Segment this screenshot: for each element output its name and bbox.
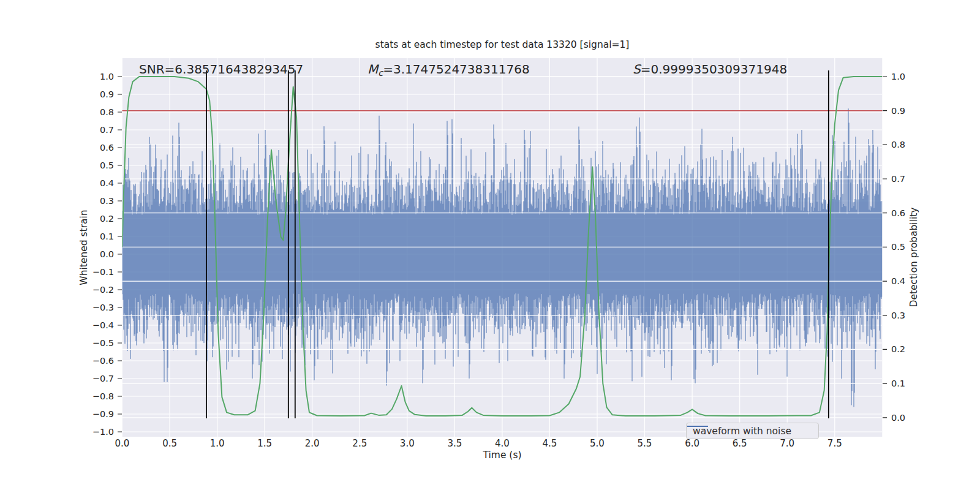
x-tick-labels: 0.00.51.01.52.02.53.03.54.04.55.05.56.06… — [115, 438, 842, 449]
y-tick-label-left: 0.3 — [100, 196, 114, 206]
y-tick-label-right: 0.1 — [891, 379, 905, 388]
x-tick-label: 1.5 — [257, 438, 272, 449]
y-tick-label-right: 0.8 — [891, 140, 905, 149]
annotation-significance-value: =0.9999350309371948 — [641, 62, 787, 77]
x-tick-label: 2.5 — [352, 438, 367, 449]
x-axis-label: Time (s) — [483, 450, 521, 461]
y-tick-label-right: 0.9 — [891, 106, 905, 116]
annotation-significance-label: S — [633, 62, 641, 77]
annotation-snr-label: SNR — [139, 62, 165, 77]
y-tick-label-left: 0.0 — [100, 249, 114, 259]
y-tick-label-left: 0.1 — [100, 232, 114, 241]
x-tick-label: 0.5 — [162, 438, 177, 449]
y-tick-label-left: 0.2 — [100, 214, 114, 224]
y-tick-label-right: 0.0 — [891, 413, 905, 423]
annotation-chirp-mass-value: =3.1747524738311768 — [383, 62, 529, 77]
y-axis-label-right: Detection probability — [908, 208, 919, 307]
y-tick-label-left: 1.0 — [100, 72, 114, 81]
x-tick-label: 3.0 — [400, 438, 415, 449]
annotation-chirp-mass-sub: c — [378, 68, 383, 78]
y-tick-label-left: −0.7 — [92, 374, 114, 383]
y-tick-label-left: −0.8 — [92, 391, 114, 401]
y-tick-label-left: −0.5 — [92, 338, 114, 348]
y-tick-label-left: −0.4 — [92, 320, 114, 330]
x-tick-label: 3.5 — [447, 438, 462, 449]
x-tick-label: 4.5 — [542, 438, 557, 449]
annotation-chirp-mass: Mc=3.1747524738311768 — [368, 62, 530, 78]
figure: 1.00.90.80.70.60.50.40.30.20.10.0−0.1−0.… — [0, 0, 980, 490]
y-tick-label-right: 0.7 — [891, 174, 905, 184]
y-tick-label-left: −0.1 — [92, 267, 114, 277]
y-tick-label-right: 0.5 — [891, 242, 905, 252]
legend-line-swatch — [687, 423, 709, 429]
x-tick-label: 4.0 — [495, 438, 510, 449]
y-tick-label-left: −1.0 — [92, 427, 114, 437]
x-tick-label: 6.0 — [685, 438, 699, 449]
y-tick-label-left: −0.6 — [92, 356, 114, 366]
annotation-significance: S=0.9999350309371948 — [633, 62, 787, 78]
x-tick-label: 2.0 — [305, 438, 320, 449]
y-tick-label-left: −0.2 — [92, 285, 114, 295]
chart-title: stats at each timestep for test data 133… — [375, 39, 630, 50]
legend: waveform with noise — [686, 423, 819, 439]
y-axis-label-left: Whitened strain — [78, 209, 89, 285]
y-tick-label-right: 0.3 — [891, 311, 905, 320]
y-tick-label-left: 0.4 — [100, 178, 114, 188]
x-tick-label: 0.0 — [115, 438, 130, 449]
y-tick-label-left: 0.8 — [100, 107, 114, 117]
annotation-chirp-mass-label: M — [368, 62, 378, 77]
y-tick-label-left: 0.5 — [100, 160, 114, 170]
y-tick-label-right: 0.6 — [891, 208, 905, 218]
y-tick-label-right: 0.2 — [891, 344, 905, 354]
y-tick-label-left: −0.9 — [92, 409, 114, 419]
y-tick-label-left: 0.6 — [100, 143, 114, 153]
y-tick-label-left: 0.7 — [100, 125, 114, 135]
x-tick-label: 5.0 — [590, 438, 605, 449]
y-tick-label-right: 0.4 — [891, 276, 905, 286]
x-tick-label: 5.5 — [638, 438, 652, 449]
x-tick-label: 7.5 — [827, 438, 842, 449]
y-tick-label-left: −0.3 — [92, 303, 114, 312]
y-tick-label-right: 1.0 — [891, 72, 905, 81]
annotation-snr: SNR=6.385716438293457 — [139, 62, 303, 78]
annotation-snr-value: =6.385716438293457 — [165, 62, 304, 77]
x-tick-label: 7.0 — [780, 438, 794, 449]
y-tick-labels-right: 1.00.90.80.70.60.50.40.30.20.10.0 — [891, 72, 905, 423]
x-tick-label: 6.5 — [733, 438, 747, 449]
y-tick-label-left: 0.9 — [100, 89, 114, 99]
y-tick-labels-left: 1.00.90.80.70.60.50.40.30.20.10.0−0.1−0.… — [92, 72, 114, 437]
x-tick-label: 1.0 — [210, 438, 225, 449]
